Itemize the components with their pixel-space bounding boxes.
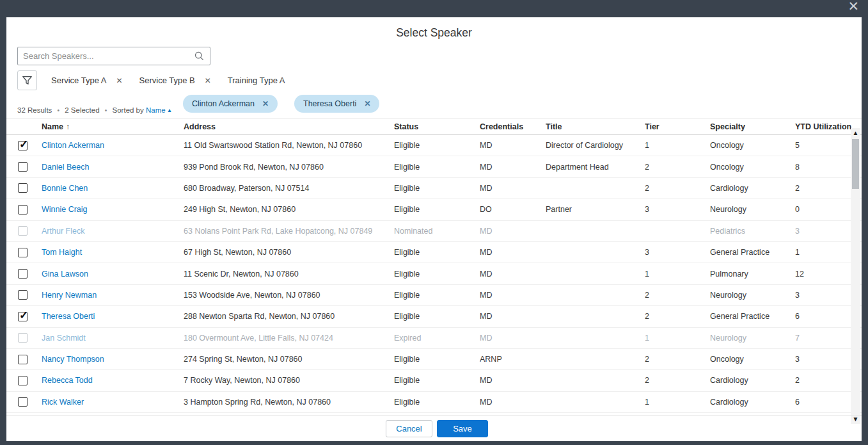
table-row[interactable]: Winnie Craig 249 High St, Newton, NJ 078… (6, 199, 862, 220)
speaker-address: 63 Nolans Point Park Rd, Lake Hopatcong,… (184, 227, 381, 236)
row-checkbox[interactable] (18, 162, 28, 172)
table-row[interactable]: Daniel Beech 939 Pond Brook Rd, Newton, … (6, 156, 862, 177)
speaker-name-link[interactable]: Nancy Thompson (42, 355, 104, 364)
speaker-specialty: Neurology (710, 291, 782, 300)
table-row[interactable]: Rick Walker 3 Hampton Spring Rd, Newton,… (6, 392, 862, 413)
close-icon[interactable]: ✕ (848, 0, 859, 14)
speaker-status: Eligible (394, 184, 466, 193)
speaker-tier: 3 (645, 248, 697, 257)
row-checkbox[interactable] (18, 376, 28, 385)
cancel-button[interactable]: Cancel (386, 420, 432, 437)
selected-speaker-label: Theresa Oberti (303, 99, 356, 108)
scrollbar-thumb[interactable] (852, 139, 859, 189)
column-header-name[interactable]: Name↑ (42, 122, 170, 131)
column-header-address[interactable]: Address (184, 122, 381, 131)
filter-chip-label: Service Type A (51, 76, 106, 85)
speaker-title: Department Head (546, 163, 631, 172)
bullet-separator: • (58, 107, 60, 114)
speaker-credentials: ARNP (480, 355, 532, 364)
speaker-specialty: Oncology (710, 163, 782, 172)
scroll-down-icon[interactable]: ▼ (851, 414, 860, 424)
funnel-icon (21, 74, 33, 86)
row-checkbox[interactable] (18, 397, 28, 407)
table-row[interactable]: Jan Schmidt 180 Overmount Ave, Little Fa… (6, 328, 862, 349)
speaker-name-link[interactable]: Theresa Oberti (42, 312, 95, 321)
speaker-specialty: Neurology (710, 205, 782, 214)
save-button[interactable]: Save (437, 420, 488, 437)
table-row[interactable]: Nancy Thompson 274 Spring St, Newton, NJ… (6, 349, 862, 370)
filter-button[interactable] (17, 70, 37, 90)
speaker-address: 288 Newton Sparta Rd, Newton, NJ 07860 (184, 312, 381, 321)
footer-divider (6, 415, 862, 416)
speaker-status: Eligible (394, 205, 466, 214)
speaker-specialty: General Practice (710, 312, 782, 321)
speaker-name-link[interactable]: Clinton Ackerman (42, 141, 104, 150)
remove-filter-icon[interactable]: ✕ (116, 76, 122, 85)
results-bar: 32 Results • 2 Selected • Sorted by Name… (17, 106, 172, 114)
speaker-credentials: MD (480, 248, 532, 257)
speaker-name-link[interactable]: Arthur Fleck (42, 227, 84, 236)
table-row[interactable]: Henry Newman 153 Woodside Ave, Newton, N… (6, 285, 862, 306)
speaker-name-link[interactable]: Daniel Beech (42, 163, 89, 172)
column-header-specialty[interactable]: Specialty (710, 122, 782, 131)
search-input[interactable] (18, 51, 191, 61)
row-checkbox[interactable] (18, 183, 28, 193)
speaker-status: Eligible (394, 270, 466, 279)
selected-speaker-pill: Theresa Oberti✕ (294, 95, 379, 113)
row-checkbox[interactable] (18, 269, 28, 279)
table-row[interactable]: Tom Haight 67 High St, Newton, NJ 07860 … (6, 242, 862, 263)
row-checkbox[interactable] (18, 205, 28, 214)
row-checkbox[interactable] (18, 355, 28, 364)
filter-chip-label: Training Type A (228, 76, 285, 85)
sorted-by-field[interactable]: Name (146, 106, 166, 114)
speaker-name-link[interactable]: Tom Haight (42, 248, 82, 257)
remove-speaker-icon[interactable]: ✕ (364, 99, 370, 108)
speaker-name-link[interactable]: Jan Schmidt (42, 334, 86, 343)
table-row[interactable]: Arthur Fleck 63 Nolans Point Park Rd, La… (6, 221, 862, 242)
table-row[interactable]: ✓ Clinton Ackerman 11 Old Swartswood Sta… (6, 135, 862, 156)
speaker-name-link[interactable]: Winnie Craig (42, 205, 88, 214)
speaker-name-link[interactable]: Rick Walker (42, 398, 84, 407)
speaker-address: 7 Rocky Way, Newton, NJ 07860 (184, 376, 381, 385)
speaker-title: Director of Cardiology (546, 141, 631, 150)
speaker-name-link[interactable]: Rebecca Todd (42, 376, 93, 385)
table-row[interactable]: ✓ Theresa Oberti 288 Newton Sparta Rd, N… (6, 306, 862, 327)
row-checkbox[interactable] (18, 248, 28, 257)
column-header-label: Name (42, 122, 63, 131)
row-checkbox[interactable] (18, 333, 28, 343)
speaker-name-link[interactable]: Bonnie Chen (42, 184, 88, 193)
row-checkbox[interactable] (18, 290, 28, 300)
table-scrollbar[interactable]: ▲ ▼ (851, 128, 860, 424)
scroll-up-icon[interactable]: ▲ (851, 128, 860, 138)
speaker-status: Nominated (394, 227, 466, 236)
speaker-table-body: ✓ Clinton Ackerman 11 Old Swartswood Sta… (6, 135, 862, 413)
column-header-tier[interactable]: Tier (645, 122, 697, 131)
speaker-name-link[interactable]: Gina Lawson (42, 270, 88, 279)
speaker-specialty: Pediatrics (710, 227, 782, 236)
row-checkbox[interactable]: ✓ (18, 312, 28, 321)
speaker-tier: 2 (645, 184, 697, 193)
remove-filter-icon[interactable]: ✕ (205, 76, 211, 85)
speaker-credentials: MD (480, 163, 532, 172)
table-row[interactable]: Rebecca Todd 7 Rocky Way, Newton, NJ 078… (6, 370, 862, 391)
speaker-name-link[interactable]: Henry Newman (42, 291, 97, 300)
speaker-credentials: MD (480, 376, 532, 385)
column-header-status[interactable]: Status (394, 122, 466, 131)
filter-chip: Service Type B✕ (139, 76, 211, 85)
column-header-title[interactable]: Title (546, 122, 631, 131)
selected-count: 2 Selected (65, 106, 99, 114)
row-checkbox[interactable] (18, 226, 28, 236)
selected-speaker-label: Clinton Ackerman (192, 99, 255, 108)
speaker-address: 3 Hampton Spring Rd, Newton, NJ 07860 (184, 398, 381, 407)
remove-speaker-icon[interactable]: ✕ (262, 99, 269, 108)
speaker-credentials: MD (480, 270, 532, 279)
table-row[interactable]: Bonnie Chen 680 Broadway, Paterson, NJ 0… (6, 178, 862, 199)
sort-arrow-icon: ↑ (66, 122, 70, 131)
speaker-status: Eligible (394, 312, 466, 321)
table-row[interactable]: Gina Lawson 11 Scenic Dr, Newton, NJ 078… (6, 263, 862, 284)
speaker-tier: 1 (645, 270, 697, 279)
search-icon[interactable] (191, 51, 210, 61)
column-header-credentials[interactable]: Credentials (480, 122, 532, 131)
row-checkbox[interactable]: ✓ (18, 141, 28, 150)
speaker-credentials: MD (480, 334, 532, 343)
